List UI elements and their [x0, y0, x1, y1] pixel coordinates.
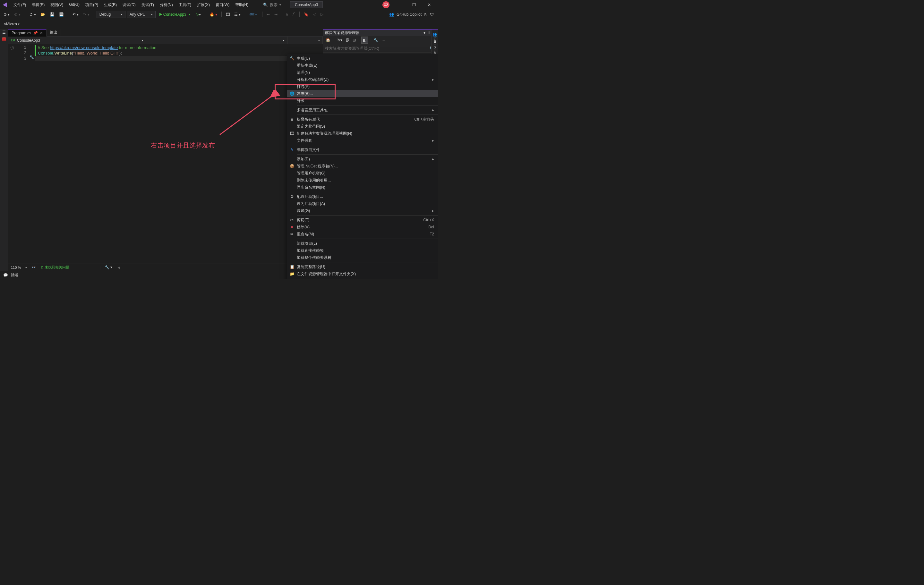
ctx-nesting[interactable]: 文件嵌套▸ [287, 137, 438, 144]
config-selector[interactable]: Debug▾ [97, 11, 125, 18]
indent-out-icon[interactable]: ⇤ [265, 11, 271, 18]
properties-icon[interactable]: ⋯ [380, 37, 387, 43]
indent-in-icon[interactable]: ⇥ [273, 11, 279, 18]
no-issues-indicator[interactable]: ⊘未找到相关问题 [40, 265, 69, 270]
start-nodebug-button[interactable]: ▷ ▾ [195, 11, 203, 18]
menu-analyze[interactable]: 分析(N) [157, 1, 175, 9]
ctx-startup[interactable]: ⚙配置启动项目... [287, 193, 438, 200]
show-all-icon[interactable]: ◧ [361, 36, 368, 44]
wrench-icon[interactable]: 🔧 [372, 37, 380, 43]
filter-icon[interactable]: 🗐 [344, 37, 351, 43]
ctx-cut[interactable]: ✂剪切(T)Ctrl+X [287, 216, 438, 224]
ctx-newview[interactable]: 🗔新建解决方案资源管理器视图(N) [287, 130, 438, 137]
start-debug-button[interactable]: ConsoleApp3▾ [157, 11, 193, 18]
nav-member-combo[interactable]: ▾ [287, 36, 323, 44]
ctx-rebuild[interactable]: 重新生成(E) [287, 62, 438, 69]
screwdriver-icon[interactable]: 🔧 [29, 55, 35, 61]
ctx-scope[interactable]: 限定为此范围(S) [287, 123, 438, 130]
nav-back-button[interactable]: ⊙ ▾ [2, 11, 11, 18]
ctx-analyze[interactable]: 分析和代码清理(Z)▸ [287, 76, 438, 83]
ctx-publish[interactable]: 🌐发布(B)... [287, 90, 438, 97]
abc-icon[interactable]: abc→ [248, 12, 259, 17]
bookmark-icon[interactable]: 🔖 [302, 11, 310, 18]
tab-output[interactable]: 输出 [46, 29, 61, 36]
ctx-rename[interactable]: ✏重命名(M)F2 [287, 231, 438, 238]
ctx-upgrade[interactable]: 升级 [287, 97, 438, 104]
ctx-editproj[interactable]: ✎编辑项目文件 [287, 146, 438, 153]
hot-reload-icon[interactable]: 🔥 ▾ [208, 11, 219, 18]
new-project-button[interactable]: 🗋 ▾ [28, 11, 38, 18]
ctx-collapse[interactable]: ⊟折叠所有后代Ctrl+左箭头 [287, 116, 438, 123]
ctx-setstartup[interactable]: 设为启动项目(A) [287, 200, 438, 207]
bookmark-next-icon[interactable]: ▷ [319, 11, 325, 18]
ctx-clean[interactable]: 清理(N) [287, 69, 438, 76]
panel-dropdown-icon[interactable]: ▾ [424, 30, 426, 35]
nav-project-combo[interactable]: C# ConsoleApp3 ▾ [8, 36, 146, 44]
ctx-loadtree[interactable]: 加载整个依赖关系树 [287, 254, 438, 261]
user-avatar[interactable]: GZ [383, 1, 389, 8]
nav-type-combo[interactable]: ▾ [146, 36, 287, 44]
code-editor[interactable]: {§ 1 2 3 🔧 // See https://aka.ms/new-con… [8, 44, 323, 264]
pin-icon[interactable]: 📌 [33, 31, 38, 35]
vmicro-button[interactable]: vMicro ▾ ▾ [3, 21, 21, 27]
sync-icon[interactable]: ↻▾ [336, 37, 343, 43]
toolbox-icon[interactable]: 🧰 [2, 36, 7, 41]
ctx-unload[interactable]: 卸载项目(L) [287, 240, 438, 247]
search-input[interactable] [325, 46, 430, 51]
screwdriver-icon[interactable]: 🔧 ▾ [105, 265, 112, 269]
ctx-build[interactable]: 🔨生成(U) [287, 55, 438, 62]
copilot-icon[interactable]: 👥 [389, 12, 394, 16]
search-box[interactable]: 🔍 搜索 ▾ [261, 2, 284, 8]
panel-search[interactable]: 🔍▾ [323, 44, 438, 53]
zoom-level[interactable]: 110 % [11, 265, 21, 269]
ctx-syncns[interactable]: 同步命名空间(N) [287, 184, 438, 191]
menu-edit[interactable]: 编辑(E) [29, 1, 47, 9]
home-icon[interactable]: 🏠 [324, 37, 332, 43]
output-icon[interactable]: 💬 [3, 273, 8, 277]
toolbox-icon[interactable]: 🗔 [224, 11, 231, 18]
save-all-button[interactable]: 💾 [58, 11, 66, 18]
uncomment-icon[interactable]: /‾ [291, 11, 297, 18]
menu-test[interactable]: 测试(T) [139, 1, 157, 9]
tab-program-cs[interactable]: Program.cs 📌 ✕ [8, 29, 46, 36]
close-icon[interactable]: ✕ [40, 31, 43, 35]
ctx-add[interactable]: 添加(D)▸ [287, 155, 438, 163]
share-icon[interactable]: ⇱ [424, 12, 427, 16]
ctx-debug[interactable]: 调试(G)▸ [287, 207, 438, 214]
code-link[interactable]: https://aka.ms/new-console-template [50, 45, 118, 50]
platform-selector[interactable]: Any CPU▾ [127, 11, 156, 18]
ctx-secrets[interactable]: 管理用户机密(G) [287, 170, 438, 177]
ctx-copypath[interactable]: 📋复制完整路径(U) [287, 263, 438, 270]
nav-fwd-button[interactable]: ⊙ ▾ [13, 11, 22, 18]
menu-debug[interactable]: 调试(D) [120, 1, 138, 9]
menu-file[interactable]: 文件(F) [11, 1, 28, 9]
window-minimize-button[interactable]: ─ [392, 0, 405, 9]
panel-pin-icon[interactable]: ⏸ [427, 30, 431, 35]
window-restore-button[interactable]: ❐ [408, 0, 420, 9]
ctx-unused[interactable]: 删除未使用的引用... [287, 177, 438, 184]
menu-project[interactable]: 项目(P) [83, 1, 101, 9]
menu-extensions[interactable]: 扩展(X) [195, 1, 213, 9]
server-explorer-icon[interactable]: ☰ [2, 30, 6, 35]
menu-git[interactable]: Git(G) [66, 1, 82, 9]
redo-button[interactable]: ↷ ▾ [81, 11, 91, 18]
health-icon[interactable]: 👓 [31, 265, 36, 269]
open-button[interactable]: 📂 [39, 11, 47, 18]
ctx-loaddeps[interactable]: 加载直接依赖项 [287, 247, 438, 254]
ctx-openfolder[interactable]: 📁在文件资源管理器中打开文件夹(X) [287, 270, 438, 277]
ctx-nuget[interactable]: 📦管理 NuGet 程序包(N)... [287, 163, 438, 170]
menu-view[interactable]: 视图(V) [48, 1, 66, 9]
menu-window[interactable]: 窗口(W) [213, 1, 232, 9]
menu-help[interactable]: 帮助(H) [233, 1, 251, 9]
admin-icon[interactable]: 🛡 [430, 12, 434, 16]
undo-button[interactable]: ↶ ▾ [71, 11, 80, 18]
menu-build[interactable]: 生成(B) [101, 1, 119, 9]
menu-tools[interactable]: 工具(T) [176, 1, 194, 9]
ctx-multilang[interactable]: 多语言应用工具包▸ [287, 107, 438, 114]
save-button[interactable]: 💾 [48, 11, 56, 18]
ctx-pack[interactable]: 打包(P) [287, 83, 438, 90]
stack-icon[interactable]: ☷ ▾ [233, 11, 242, 18]
collapse-icon[interactable]: ⊟ [351, 37, 357, 43]
comment-icon[interactable]: // [285, 11, 290, 18]
ctx-remove[interactable]: ✕移除(V)Del [287, 224, 438, 231]
